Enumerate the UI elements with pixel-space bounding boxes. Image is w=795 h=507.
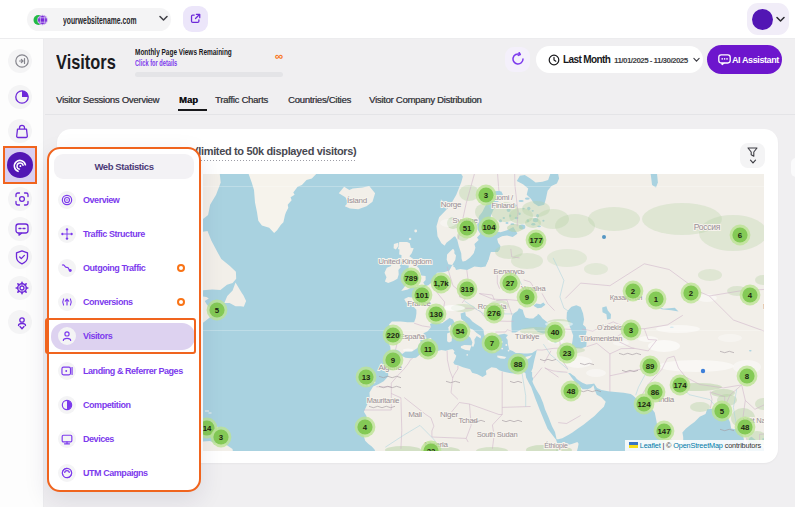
svg-text:2: 2 <box>631 287 636 296</box>
svg-text:8: 8 <box>745 372 750 381</box>
svg-text:9: 9 <box>391 356 396 365</box>
svg-text:174: 174 <box>673 381 687 390</box>
svg-text:276: 276 <box>487 309 501 318</box>
svg-text:5: 5 <box>720 407 725 416</box>
svg-text:147: 147 <box>657 427 670 436</box>
svg-text:3: 3 <box>629 326 634 335</box>
svg-text:13: 13 <box>362 373 371 382</box>
svg-text:Norge: Norge <box>441 200 462 209</box>
svg-text:1: 1 <box>654 295 659 304</box>
svg-text:88: 88 <box>514 360 523 369</box>
svg-text:United Kingdom: United Kingdom <box>378 257 432 266</box>
svg-text:Ísland: Ísland <box>347 196 367 205</box>
svg-text:14: 14 <box>203 424 212 433</box>
svg-text:51: 51 <box>463 224 472 233</box>
svg-text:4: 4 <box>748 291 753 300</box>
svg-text:319: 319 <box>460 285 474 294</box>
svg-text:124: 124 <box>637 400 651 409</box>
svg-text:4: 4 <box>363 423 368 432</box>
svg-text:5: 5 <box>215 306 220 315</box>
svg-text:South Sudan: South Sudan <box>477 430 518 439</box>
svg-text:Finland: Finland <box>492 201 515 210</box>
svg-text:789: 789 <box>404 274 418 283</box>
svg-text:3: 3 <box>219 433 224 442</box>
svg-text:40: 40 <box>551 328 560 337</box>
svg-text:23: 23 <box>563 349 572 358</box>
svg-text:Türkiye: Türkiye <box>515 332 540 341</box>
svg-text:54: 54 <box>456 327 465 336</box>
svg-text:104: 104 <box>482 223 496 232</box>
svg-text:Монгол: Монгол <box>763 302 764 311</box>
svg-text:89: 89 <box>646 362 655 371</box>
svg-text:Éthiopie: Éthiopie <box>544 441 568 450</box>
svg-text:220: 220 <box>386 331 400 340</box>
svg-text:11: 11 <box>424 345 433 354</box>
svg-text:27: 27 <box>506 279 515 288</box>
svg-text:48: 48 <box>741 423 750 432</box>
svg-text:9: 9 <box>525 293 530 302</box>
svg-text:Mauritanie: Mauritanie <box>367 396 400 405</box>
svg-text:86: 86 <box>651 388 660 397</box>
svg-text:1,7k: 1,7k <box>433 279 449 288</box>
svg-text:Türkmenistan: Türkmenistan <box>580 334 623 343</box>
svg-text:130: 130 <box>429 310 443 319</box>
svg-text:Mali: Mali <box>408 410 422 419</box>
svg-text:7: 7 <box>490 339 494 348</box>
svg-text:32: 32 <box>427 447 436 451</box>
svg-text:6: 6 <box>738 231 743 240</box>
svg-text:2: 2 <box>689 289 694 298</box>
svg-text:177: 177 <box>529 236 542 245</box>
svg-text:Россия: Россия <box>694 222 721 232</box>
svg-text:48: 48 <box>567 387 576 396</box>
svg-text:101: 101 <box>415 291 429 300</box>
svg-text:Niger: Niger <box>440 410 458 419</box>
svg-text:3: 3 <box>484 191 489 200</box>
